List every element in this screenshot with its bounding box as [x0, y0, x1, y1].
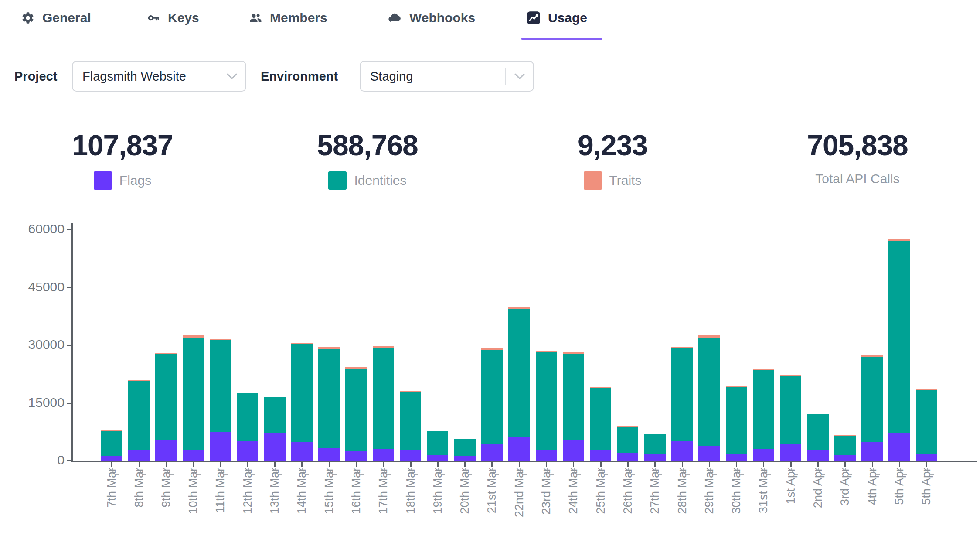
bar-segment-flags [237, 441, 258, 461]
y-axis-tick [67, 345, 71, 346]
x-axis-date-label: 5th Apr [893, 468, 906, 537]
bar-23rd-mar[interactable] [536, 351, 557, 461]
bar-22nd-mar[interactable] [508, 307, 530, 461]
bar-2nd-apr[interactable] [807, 414, 829, 461]
flags-swatch [94, 171, 112, 190]
bar-12th-mar[interactable] [237, 393, 258, 461]
y-axis-tick [67, 229, 71, 230]
usage-settings-page: General Keys Members Webhooks Usage Proj… [0, 0, 980, 546]
bar-segment-flags [698, 446, 720, 461]
bar-11th-mar[interactable] [210, 339, 231, 461]
bar-27th-mar[interactable] [644, 434, 666, 461]
bar-16th-mar[interactable] [345, 367, 367, 461]
x-axis-date-label: 29th Mar [703, 468, 716, 537]
bar-segment-identities [183, 338, 204, 450]
bar-19th-mar[interactable] [427, 431, 448, 461]
bar-18th-mar[interactable] [400, 391, 421, 461]
x-axis-tick [437, 462, 439, 467]
bar-15th-mar[interactable] [318, 347, 340, 461]
total-api-calls-value: 705,838 [735, 129, 980, 162]
chevron-down-icon [218, 73, 245, 80]
active-tab-underline [521, 38, 602, 40]
x-axis-tick [274, 462, 276, 467]
bar-segment-identities [780, 376, 801, 444]
bar-segment-identities [101, 431, 122, 456]
total-api-calls-label: Total API Calls [815, 171, 899, 186]
bar-segment-flags [427, 455, 448, 461]
tab-members[interactable]: Members [248, 7, 327, 29]
tab-usage-label: Usage [548, 10, 587, 25]
bar-30th-mar[interactable] [726, 386, 747, 461]
x-axis-date-label: 16th Mar [350, 468, 363, 537]
bar-10th-mar[interactable] [183, 335, 204, 461]
y-axis-tick [67, 287, 71, 288]
bar-20th-mar[interactable] [454, 439, 476, 461]
bar-24th-mar[interactable] [563, 352, 584, 461]
bar-28th-mar[interactable] [671, 347, 693, 461]
bar-segment-flags [128, 450, 150, 461]
bar-8th-mar[interactable] [128, 380, 150, 461]
bar-4th-apr[interactable] [861, 355, 883, 461]
y-axis-tick-label: 0 [9, 453, 65, 468]
bar-14th-mar[interactable] [291, 343, 313, 461]
bar-segment-identities [400, 392, 421, 450]
bar-5th-apr[interactable] [888, 239, 910, 461]
bar-segment-flags [345, 451, 367, 461]
bar-25th-mar[interactable] [590, 387, 611, 461]
x-axis-tick [763, 462, 764, 467]
project-select[interactable]: Flagsmith Website [72, 61, 246, 92]
x-axis-date-label: 28th Mar [676, 468, 689, 537]
bar-segment-identities [644, 434, 666, 454]
bar-segment-flags [834, 455, 856, 461]
bar-1st-apr[interactable] [780, 375, 801, 461]
tab-usage[interactable]: Usage [526, 7, 587, 29]
x-axis-date-label: 27th Mar [648, 468, 661, 537]
x-axis-tick [193, 462, 194, 467]
x-axis-tick [844, 462, 846, 467]
bar-17th-mar[interactable] [373, 346, 394, 461]
bar-segment-identities [536, 352, 557, 450]
bar-21st-mar[interactable] [481, 348, 503, 461]
tab-webhooks[interactable]: Webhooks [387, 7, 475, 29]
x-axis-date-label: 17th Mar [377, 468, 390, 537]
bar-26th-mar[interactable] [617, 426, 638, 461]
bar-segment-flags [590, 450, 611, 461]
x-axis-tick [600, 462, 602, 467]
bar-5th-apr[interactable] [916, 389, 937, 461]
bar-13th-mar[interactable] [264, 397, 286, 461]
bar-segment-flags [210, 432, 231, 461]
bar-segment-flags [671, 441, 693, 461]
environment-select[interactable]: Staging [360, 61, 534, 92]
x-axis-date-label: 31st Mar [757, 468, 770, 537]
x-axis-date-label: 2nd Apr [811, 468, 824, 537]
project-label: Project [14, 69, 57, 84]
x-axis-tick [383, 462, 384, 467]
bar-segment-flags [916, 454, 937, 461]
bar-segment-identities [726, 387, 747, 454]
bar-9th-mar[interactable] [155, 353, 177, 461]
x-axis-tick [872, 462, 873, 467]
bar-segment-flags [617, 453, 638, 461]
x-axis-tick [546, 462, 547, 467]
bar-segment-flags [101, 456, 122, 461]
x-axis-tick [573, 462, 574, 467]
bar-7th-mar[interactable] [101, 430, 122, 461]
y-axis-tick-label: 30000 [9, 337, 65, 352]
tab-keys[interactable]: Keys [146, 7, 199, 29]
bar-segment-identities [563, 354, 584, 440]
x-axis-tick [491, 462, 493, 467]
tab-general[interactable]: General [20, 7, 91, 29]
x-axis-date-label: 22nd Mar [513, 468, 526, 537]
bar-31st-mar[interactable] [753, 369, 774, 461]
x-axis-date-label: 7th Mar [105, 468, 118, 537]
project-select-value: Flagsmith Website [73, 69, 218, 84]
x-axis-date-label: 24th Mar [567, 468, 580, 537]
x-axis-tick [111, 462, 112, 467]
x-axis-tick [139, 462, 140, 467]
x-axis-date-label: 13th Mar [268, 468, 281, 537]
bar-3rd-apr[interactable] [834, 435, 856, 461]
bar-29th-mar[interactable] [698, 335, 720, 461]
members-icon [248, 10, 263, 26]
x-axis-date-label: 10th Mar [187, 468, 200, 537]
stat-flags: 107,837 Flags [0, 129, 245, 190]
